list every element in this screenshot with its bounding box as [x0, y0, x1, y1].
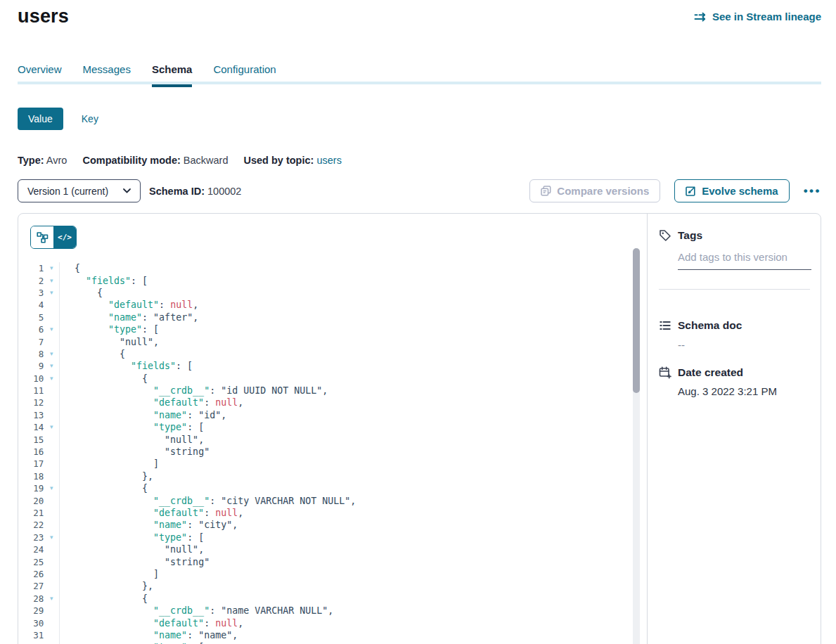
list-icon	[659, 319, 671, 332]
schema-type: Type: Avro	[18, 155, 67, 166]
chevron-down-icon	[123, 188, 131, 193]
line-number: 4	[18, 300, 44, 310]
code-gutter: 26	[18, 568, 60, 580]
code-line-text: "type": [	[60, 532, 204, 543]
fold-toggle-icon[interactable]: ▾	[44, 485, 59, 491]
tree-view-icon	[37, 231, 49, 243]
tab-underline-track	[18, 82, 821, 84]
code-view-button[interactable]: </>	[53, 226, 76, 248]
line-number: 18	[18, 471, 44, 482]
fold-toggle-icon[interactable]: ▾	[44, 326, 59, 333]
fold-toggle-icon[interactable]: ▾	[44, 351, 59, 357]
code-view-icon: </>	[58, 233, 72, 242]
code-gutter: 22	[18, 519, 60, 531]
code-gutter: 18	[18, 470, 60, 482]
code-line-text: "__crdb__": "id UUID NOT NULL",	[60, 385, 328, 396]
code-line-text: "default": null,	[60, 618, 243, 629]
code-gutter: 25	[18, 555, 60, 567]
tree-view-button[interactable]	[31, 226, 53, 248]
line-number: 19	[18, 483, 44, 494]
fold-toggle-icon[interactable]: ▾	[44, 595, 59, 602]
fold-toggle-icon[interactable]: ▾	[44, 424, 59, 430]
code-gutter: 21	[18, 507, 60, 519]
code-line-text: "type": [	[60, 422, 204, 432]
version-select[interactable]: Version 1 (current)	[18, 179, 141, 202]
editor-scrollbar-track[interactable]	[633, 248, 640, 644]
code-line-text: "name": "city",	[60, 520, 238, 530]
code-gutter: 32▾	[18, 641, 60, 644]
code-line-text: "null",	[60, 337, 159, 347]
tag-icon	[659, 229, 671, 242]
compare-versions-button[interactable]: Compare versions	[529, 179, 660, 202]
code-gutter: 15	[18, 433, 60, 445]
tags-section-header: Tags	[659, 229, 810, 242]
line-number: 7	[18, 337, 44, 347]
editor-scrollbar-thumb[interactable]	[633, 248, 640, 393]
line-number: 12	[18, 397, 44, 408]
value-toggle-button[interactable]: Value	[18, 108, 63, 130]
date-created-title: Date created	[678, 366, 743, 379]
used-by-topic: Used by topic: users	[243, 155, 341, 166]
evolve-schema-button[interactable]: Evolve schema	[674, 179, 789, 202]
code-gutter: 1▾	[18, 262, 60, 274]
line-number: 22	[18, 520, 44, 530]
line-number: 23	[18, 532, 44, 543]
schema-type-label: Type:	[18, 155, 44, 166]
add-tags-input[interactable]	[678, 251, 811, 270]
code-line-text: {	[60, 593, 148, 604]
schema-meta-row: Type: Avro Compatibility mode: Backward …	[18, 155, 342, 166]
key-toggle-button[interactable]: Key	[82, 113, 98, 124]
code-line-text: "default": null,	[60, 508, 243, 518]
code-line-text: "string"	[60, 446, 210, 457]
code-line-text: {	[60, 373, 148, 384]
code-gutter: 23▾	[18, 532, 60, 543]
line-number: 20	[18, 496, 44, 506]
code-gutter: 16	[18, 446, 60, 458]
line-number: 27	[18, 581, 44, 591]
topic-link[interactable]: users	[316, 155, 341, 166]
code-line-text: "default": null,	[60, 397, 243, 408]
line-number: 9	[18, 361, 44, 371]
line-number: 28	[18, 593, 44, 604]
fold-toggle-icon[interactable]: ▾	[44, 534, 59, 541]
code-line-text: "fields": [	[60, 276, 148, 286]
code-line-text: "name": "after",	[60, 312, 198, 323]
line-number: 29	[18, 605, 44, 616]
fold-toggle-icon[interactable]: ▾	[44, 278, 59, 284]
schema-doc-value: --	[678, 339, 810, 351]
line-number: 26	[18, 569, 44, 579]
line-number: 16	[18, 446, 44, 457]
compatibility-mode-label: Compatibility mode:	[82, 155, 180, 166]
compare-versions-label: Compare versions	[557, 185, 649, 197]
page-title: users	[18, 6, 69, 27]
code-line-text: },	[60, 471, 153, 482]
code-line-text: "null",	[60, 544, 204, 555]
evolve-schema-icon	[686, 186, 696, 196]
code-gutter: 4	[18, 299, 60, 311]
fold-toggle-icon[interactable]: ▾	[44, 290, 59, 296]
fold-toggle-icon[interactable]: ▾	[44, 363, 59, 369]
sidebar-divider	[659, 289, 810, 290]
code-gutter: 30	[18, 617, 60, 629]
schema-version-sidebar: Tags Schema doc -- Dat	[647, 214, 822, 644]
code-line-text: {	[60, 483, 148, 494]
code-gutter: 31	[18, 629, 60, 641]
code-line-text: "fields": [	[60, 361, 193, 371]
fold-toggle-icon[interactable]: ▾	[44, 265, 59, 271]
see-in-stream-lineage-link[interactable]: See in Stream lineage	[694, 11, 821, 22]
code-gutter: 8▾	[18, 348, 60, 360]
more-options-button[interactable]: •••	[804, 184, 821, 198]
code-gutter: 2▾	[18, 274, 60, 286]
code-line-text: "name": "name",	[60, 630, 238, 640]
code-line-text: {	[60, 263, 80, 273]
code-gutter: 9▾	[18, 360, 60, 372]
code-gutter: 29	[18, 605, 60, 617]
line-number: 14	[18, 422, 44, 432]
line-number: 15	[18, 434, 44, 445]
line-number: 25	[18, 557, 44, 567]
code-line-text: ]	[60, 569, 159, 579]
tags-title: Tags	[678, 229, 702, 242]
fold-toggle-icon[interactable]: ▾	[44, 375, 59, 382]
code-line-text: "__crdb__": "city VARCHAR NOT NULL",	[60, 496, 356, 506]
code-gutter: 17	[18, 458, 60, 470]
